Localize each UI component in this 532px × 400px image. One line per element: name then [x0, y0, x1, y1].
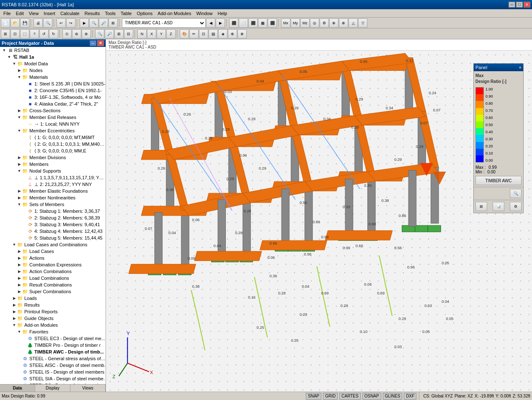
- tb-render-1[interactable]: ⬛: [229, 18, 238, 28]
- tree-toggle[interactable]: ▶: [12, 296, 17, 301]
- tree-item[interactable]: ▶📁Member Elastic Foundations: [0, 188, 106, 194]
- osnap-button[interactable]: OSNAP: [362, 393, 381, 400]
- tree-item[interactable]: ▶📁Members: [0, 161, 106, 168]
- tree-item[interactable]: ▶📁Loads: [0, 295, 106, 302]
- restore-button[interactable]: □: [516, 2, 523, 8]
- tree-toggle[interactable]: ▶: [17, 269, 22, 274]
- tree-toggle[interactable]: ▶: [12, 302, 17, 307]
- tree-item[interactable]: ▼📁Member End Releases: [0, 114, 106, 121]
- panel-close-button[interactable]: ×: [519, 65, 522, 70]
- close-button[interactable]: ✕: [524, 2, 530, 8]
- tb-more-1[interactable]: Mx: [281, 18, 290, 28]
- tb2-20[interactable]: ⊡: [199, 29, 208, 39]
- tree-item[interactable]: ⊥⊥ 1:1,3,5,7,9,11,13,15,17,19; YYY Y: [0, 174, 106, 181]
- tb-more-4[interactable]: ◎: [310, 18, 319, 28]
- tree-item[interactable]: ■2: Concrete C35/45 | EN 1992-1-: [0, 87, 106, 94]
- tree-item[interactable]: ▼📁Materials: [0, 74, 106, 80]
- tb2-21[interactable]: ▤: [209, 29, 218, 39]
- tb-save[interactable]: 💾: [20, 18, 29, 28]
- tree-toggle[interactable]: [22, 135, 27, 140]
- tree-item[interactable]: ▶📁Load Combinations: [0, 275, 106, 281]
- tree-item[interactable]: ▶📁Printout Reports: [0, 308, 106, 315]
- panel-table-btn[interactable]: ⊞: [475, 202, 487, 211]
- tree-item[interactable]: ▼📁Load Cases and Combinations: [0, 241, 106, 248]
- tree-toggle[interactable]: [22, 175, 27, 180]
- tree-toggle[interactable]: [22, 101, 27, 106]
- tree-item[interactable]: 🌲TIMBER AWC - Design of timb...: [0, 348, 106, 355]
- tb2-24[interactable]: ⊗: [238, 29, 247, 39]
- tree-item[interactable]: ▼📁Member Eccentricities: [0, 127, 106, 134]
- tree-item[interactable]: ■4: Alaska Cedar, 2"-4" Thick, 2": [0, 101, 106, 107]
- tree-item[interactable]: ⟨⟨ 2: G; 0,0,3.1; 0,0,3.1; MM,M40MT: [0, 141, 106, 147]
- tree-toggle[interactable]: ▶: [17, 276, 22, 281]
- tb-zoom-all[interactable]: ⊞: [108, 18, 118, 28]
- tb-more-8[interactable]: △: [349, 18, 358, 28]
- menu-insert[interactable]: Insert: [41, 10, 58, 17]
- tree-item[interactable]: ▶📁Results: [0, 302, 106, 308]
- tree-item[interactable]: ⚙STEEL IS - Design of steel members: [0, 369, 106, 375]
- grid-button[interactable]: GRID: [323, 393, 338, 400]
- tree-item[interactable]: ⚙STEEL SIA - Design of steel membe.: [0, 375, 106, 382]
- tb2-22[interactable]: ◈: [218, 29, 227, 39]
- tb2-6[interactable]: ↻: [49, 29, 58, 39]
- tree-toggle[interactable]: [22, 209, 27, 214]
- tb2-19[interactable]: ✏: [189, 29, 199, 39]
- tb-more-3[interactable]: Mz: [300, 18, 310, 28]
- tree-item[interactable]: ⟳2: Stabzug 2: Members: 6,38,39: [0, 214, 106, 221]
- tree-toggle[interactable]: ▼: [17, 329, 22, 334]
- panel-zoom-btn[interactable]: 🔍: [510, 189, 522, 198]
- tb2-7[interactable]: ⊙: [62, 29, 72, 39]
- tree-item[interactable]: ⚙STEEL EC3 - Design of steel me...: [0, 335, 106, 342]
- tree-item[interactable]: ▶📁Load Cases: [0, 248, 106, 255]
- tree-toggle[interactable]: [22, 182, 27, 187]
- tree-toggle[interactable]: [22, 142, 27, 147]
- tree-item[interactable]: ■1: Steel S 235 JR | DIN EN 10025-: [0, 80, 106, 87]
- tree-item[interactable]: →→ 1: Local; NNN NYY: [0, 121, 106, 127]
- tree-toggle[interactable]: [22, 229, 27, 234]
- tree-toggle[interactable]: ▶: [17, 155, 22, 160]
- tb-more-5[interactable]: ⚙: [320, 18, 329, 28]
- tb2-12[interactable]: ⊞: [114, 29, 124, 39]
- tree-item[interactable]: ⟨⟨ 1: G; 0,0,0; 0,0,0; MT,M6MT: [0, 134, 106, 141]
- tree-toggle[interactable]: ▼: [17, 128, 22, 133]
- tree-toggle[interactable]: ▶: [17, 108, 22, 113]
- tree-item[interactable]: ▶📁Cross-Sections: [0, 107, 106, 114]
- panel-settings-btn[interactable]: ⚙: [510, 202, 522, 211]
- tb-render-4[interactable]: ▦: [258, 18, 267, 28]
- tree-item[interactable]: ▶📁Member Nonlinearities: [0, 194, 106, 201]
- tree-item[interactable]: ▼📁Favorites: [0, 328, 106, 335]
- nav-tab-data[interactable]: Data: [0, 385, 35, 392]
- tree-item[interactable]: ▶📁Super Combinations: [0, 288, 106, 295]
- tb2-18[interactable]: 🎨: [180, 29, 189, 39]
- cartes-button[interactable]: CARTES: [339, 393, 360, 400]
- menu-file[interactable]: File: [1, 10, 13, 17]
- menu-results[interactable]: Results: [82, 10, 103, 17]
- glines-button[interactable]: GLINES: [383, 393, 403, 400]
- tb2-4[interactable]: ⌗: [30, 29, 39, 39]
- combo-select-design[interactable]: TIMBER AWC CA1 - ASD: [122, 18, 206, 28]
- menu-edit[interactable]: Edit: [13, 10, 26, 17]
- tb-zoom-out[interactable]: 🔎: [99, 18, 108, 28]
- tb2-3[interactable]: ⬚: [20, 29, 29, 39]
- menu-window[interactable]: Window: [194, 10, 215, 17]
- tree-item[interactable]: ■3: 16F-1.3E, Softwoods, 4 or Mo: [0, 94, 106, 101]
- tb2-16[interactable]: Y: [157, 29, 166, 39]
- tb-preview[interactable]: 🔍: [43, 18, 52, 28]
- menu-view[interactable]: View: [26, 10, 41, 17]
- tree-item[interactable]: ⚙STEEL AISC - Design of steel memb.: [0, 362, 106, 369]
- tree-toggle[interactable]: [17, 369, 22, 374]
- tree-toggle[interactable]: [17, 376, 22, 381]
- tb-more-9[interactable]: ▽: [358, 18, 367, 28]
- tree-toggle[interactable]: ▶: [12, 316, 17, 321]
- tb2-9[interactable]: ⊛: [82, 29, 91, 39]
- tree-toggle[interactable]: [22, 235, 27, 240]
- tree-toggle[interactable]: ▶: [17, 195, 22, 200]
- tree-toggle[interactable]: ▶: [17, 68, 22, 73]
- tree-toggle[interactable]: [22, 343, 27, 348]
- tree-toggle[interactable]: ▶: [17, 255, 22, 261]
- tb-select[interactable]: ▶: [80, 18, 89, 28]
- tree-toggle[interactable]: [17, 356, 22, 361]
- tree-toggle[interactable]: ▶: [17, 188, 22, 194]
- tree-item[interactable]: ▼🖥RSTAB: [0, 47, 106, 54]
- tb2-5[interactable]: ↺: [39, 29, 49, 39]
